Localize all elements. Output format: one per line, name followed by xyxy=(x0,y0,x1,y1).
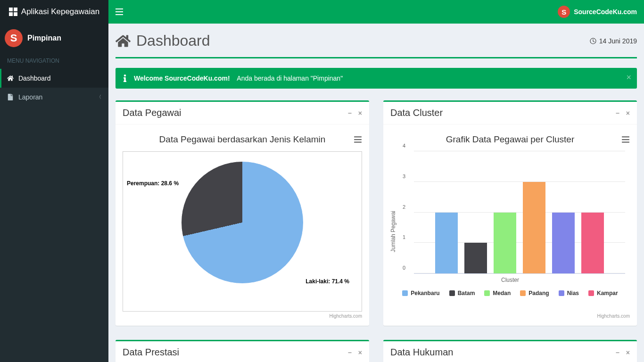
legend-item-batam[interactable]: Batam xyxy=(449,290,475,296)
windows-icon xyxy=(9,8,17,16)
legend-item-kampar[interactable]: Kampar xyxy=(588,290,618,296)
bar-chart: Jumlah Pegawai 01234 Cluster PekanbaruBa… xyxy=(390,151,630,312)
bar-padang[interactable] xyxy=(523,182,545,273)
svg-rect-1 xyxy=(14,8,17,11)
legend-swatch xyxy=(402,290,408,296)
page-title: Dashboard xyxy=(116,32,210,49)
avatar: S xyxy=(5,29,23,47)
chart-credits[interactable]: Highcharts.com xyxy=(390,313,630,319)
sidebar: Aplikasi Kepegawaian S Pimpinan MENU NAV… xyxy=(0,0,108,362)
topnav-user[interactable]: S SourceCodeKu.com xyxy=(558,6,637,18)
info-icon xyxy=(123,74,127,82)
y-tick: 3 xyxy=(403,173,405,179)
legend-item-nias[interactable]: Nias xyxy=(559,290,579,296)
legend-label: Kampar xyxy=(597,290,618,296)
clock-icon xyxy=(590,38,596,44)
legend-label: Nias xyxy=(567,290,579,296)
box-title: Data Prestasi xyxy=(123,347,179,358)
home-icon xyxy=(116,34,131,48)
pie-label-perempuan: Perempuan: 28.6 % xyxy=(127,180,179,187)
remove-button[interactable]: × xyxy=(358,349,362,356)
brand-text: SourceCodeKu.com xyxy=(574,8,637,16)
remove-button[interactable]: × xyxy=(626,349,630,356)
legend-item-padang[interactable]: Padang xyxy=(520,290,549,296)
sidebar-item-label: Laporan xyxy=(18,93,42,101)
legend-swatch xyxy=(484,290,490,296)
legend-label: Medan xyxy=(493,290,511,296)
sidebar-item-dashboard[interactable]: Dashboard xyxy=(0,69,108,88)
bar-nias[interactable] xyxy=(552,213,575,274)
bar-kampar[interactable] xyxy=(581,213,604,274)
sidebar-item-laporan[interactable]: Laporan〈 xyxy=(0,88,108,107)
box-data-cluster: Data Cluster − × Grafik Data Pegawai per… xyxy=(383,100,637,326)
sidebar-menu: DashboardLaporan〈 xyxy=(0,69,108,107)
home-icon xyxy=(7,75,14,82)
legend-swatch xyxy=(588,290,594,296)
remove-button[interactable]: × xyxy=(358,109,362,117)
chart-title-text: Data Pegawai berdasarkan Jenis Kelamin xyxy=(159,134,326,144)
alert-close-button[interactable]: × xyxy=(626,73,631,82)
user-panel: S Pimpinan xyxy=(0,24,108,53)
user-role: Pimpinan xyxy=(27,34,61,42)
box-title: Data Pegawai xyxy=(123,107,182,118)
alert-strong: Welcome SourceCodeKu.com! xyxy=(134,74,230,82)
chart-credits[interactable]: Highcharts.com xyxy=(123,313,362,319)
svg-rect-5 xyxy=(116,11,123,12)
pie-chart: Perempuan: 28.6 % Laki-laki: 71.4 % xyxy=(123,151,362,312)
pie-label-laki: Laki-laki: 71.4 % xyxy=(305,278,349,285)
x-axis-label: Cluster xyxy=(390,277,630,283)
collapse-button[interactable]: − xyxy=(616,349,619,356)
legend-item-pekanbaru[interactable]: Pekanbaru xyxy=(402,290,439,296)
chart-menu-icon[interactable] xyxy=(621,135,630,144)
app-logo[interactable]: Aplikasi Kepegawaian xyxy=(0,0,108,24)
chart-legend: PekanbaruBatamMedanPadangNiasKampar xyxy=(390,290,630,296)
app-title: Aplikasi Kepegawaian xyxy=(21,7,99,16)
svg-rect-6 xyxy=(116,14,123,15)
collapse-button[interactable]: − xyxy=(348,109,352,117)
welcome-alert: Welcome SourceCodeKu.com! Anda berada di… xyxy=(116,68,637,89)
content-header: Dashboard 14 Juni 2019 xyxy=(108,24,644,52)
box-title: Data Hukuman xyxy=(390,347,453,358)
legend-label: Pekanbaru xyxy=(411,290,439,296)
page-date-text: 14 Juni 2019 xyxy=(599,37,637,45)
svg-rect-0 xyxy=(9,8,13,11)
legend-swatch xyxy=(449,290,455,296)
box-title: Data Cluster xyxy=(390,107,443,118)
chart-title: Data Pegawai berdasarkan Jenis Kelamin xyxy=(123,134,362,145)
alert-message: Anda berada di halaman "Pimpinan" xyxy=(237,74,343,82)
file-icon xyxy=(7,94,14,100)
sidebar-item-label: Dashboard xyxy=(18,74,51,82)
svg-rect-3 xyxy=(14,12,17,16)
legend-label: Padang xyxy=(528,290,549,296)
legend-label: Batam xyxy=(458,290,475,296)
y-tick: 0 xyxy=(403,265,405,271)
avatar: S xyxy=(558,6,570,18)
collapse-button[interactable]: − xyxy=(616,109,619,117)
remove-button[interactable]: × xyxy=(626,109,630,117)
y-tick: 4 xyxy=(403,143,405,148)
y-tick: 2 xyxy=(403,204,405,210)
hamburger-icon[interactable] xyxy=(116,8,123,15)
menu-header: MENU NAVIGATION xyxy=(0,53,108,69)
svg-rect-2 xyxy=(9,12,13,16)
chart-title: Grafik Data Pegawai per Cluster xyxy=(390,134,630,145)
collapse-button[interactable]: − xyxy=(348,349,352,356)
box-data-hukuman: Data Hukuman − × xyxy=(383,340,637,362)
divider xyxy=(116,57,637,58)
topnav: S SourceCodeKu.com xyxy=(108,0,644,24)
legend-item-medan[interactable]: Medan xyxy=(484,290,511,296)
page-title-text: Dashboard xyxy=(136,32,210,49)
chart-menu-icon[interactable] xyxy=(354,135,362,144)
chart-title-text: Grafik Data Pegawai per Cluster xyxy=(446,134,574,144)
legend-swatch xyxy=(559,290,564,296)
box-data-prestasi: Data Prestasi − × xyxy=(116,340,369,362)
bar-batam[interactable] xyxy=(464,243,487,273)
chevron-left-icon: 〈 xyxy=(97,94,101,100)
svg-rect-4 xyxy=(116,8,123,9)
bar-pekanbaru[interactable] xyxy=(435,213,458,274)
bar-medan[interactable] xyxy=(494,213,516,274)
legend-swatch xyxy=(520,290,526,296)
page-date: 14 Juni 2019 xyxy=(590,37,637,45)
box-data-pegawai: Data Pegawai − × Data Pegawai berdasarka… xyxy=(116,100,369,326)
y-axis-label: Jumlah Pegawai xyxy=(390,211,396,252)
